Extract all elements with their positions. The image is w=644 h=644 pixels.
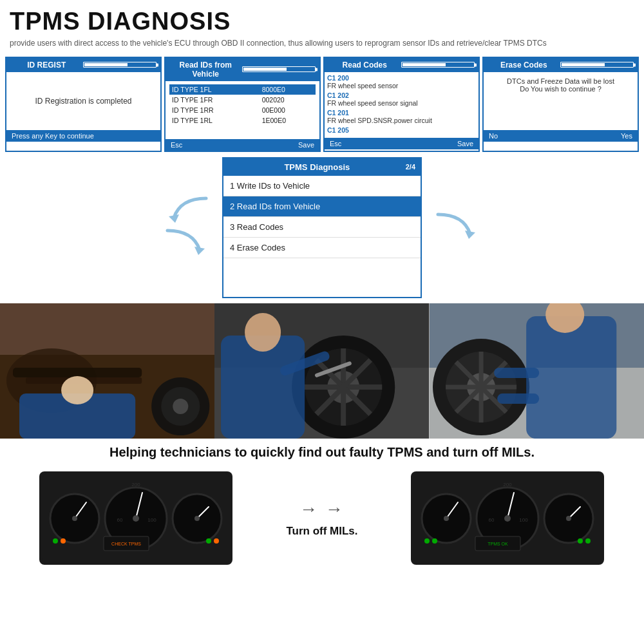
battery-icon-3 bbox=[401, 62, 475, 68]
arrow-curve-right bbox=[431, 208, 483, 247]
tpms-menu-page: 2/4 bbox=[406, 163, 415, 171]
id-regist-text: ID Registration is completed bbox=[35, 97, 131, 106]
svg-marker-2 bbox=[465, 231, 475, 239]
svg-point-50 bbox=[72, 516, 77, 521]
svg-point-59 bbox=[53, 538, 58, 544]
svg-rect-39 bbox=[497, 393, 539, 404]
svg-point-12 bbox=[173, 399, 188, 414]
erase-codes-title: Erase Codes bbox=[488, 61, 560, 70]
svg-point-84 bbox=[578, 538, 583, 544]
erase-codes-panel: Erase Codes DTCs and Freeze Data will be… bbox=[482, 57, 639, 152]
left-arrows bbox=[158, 192, 216, 263]
svg-marker-1 bbox=[194, 247, 205, 255]
svg-point-75 bbox=[566, 516, 571, 521]
svg-point-73 bbox=[444, 516, 449, 521]
id-regist-footer: Press any Key to continue bbox=[6, 130, 160, 142]
battery-icon-2 bbox=[242, 66, 316, 72]
code-num: C1 201 bbox=[327, 109, 476, 117]
arrow-curve-left-2 bbox=[161, 224, 213, 263]
svg-text:TPMS OK: TPMS OK bbox=[488, 542, 509, 546]
svg-point-85 bbox=[585, 538, 591, 544]
id-table: ID TYPE 1FL 8000E0 ID TYPE 1FR 002020 ID… bbox=[169, 84, 316, 126]
code-desc: FR wheel speed sensor signal bbox=[327, 99, 476, 107]
id-value: 8000E0 bbox=[260, 84, 316, 95]
erase-codes-body: DTCs and Freeze Data will be lostDo You … bbox=[484, 72, 638, 130]
read-ids-title: Read IDs from Vehicle bbox=[169, 61, 242, 79]
dashboard-right: 200 100 60 TPMS OK bbox=[411, 471, 604, 565]
table-row: ID TYPE 1FR 002020 bbox=[169, 95, 316, 105]
erase-codes-footer-left: No bbox=[489, 132, 498, 140]
photo-mechanic-under-car bbox=[0, 303, 214, 439]
code-num: C1 202 bbox=[327, 91, 476, 99]
id-value: 1E00E0 bbox=[260, 115, 316, 126]
id-label: ID TYPE 1RL bbox=[169, 115, 260, 126]
id-regist-footer-left: Press any Key to continue bbox=[12, 132, 94, 140]
read-codes-panel: Read Codes C1 200 FR wheel speed sensor … bbox=[323, 57, 480, 152]
photo-3-svg bbox=[430, 303, 644, 439]
double-arrow-icon: → → bbox=[299, 499, 345, 520]
read-ids-footer-right: Save bbox=[298, 141, 314, 149]
code-entry: C1 200 FR wheel speed sensor bbox=[327, 74, 476, 90]
svg-point-23 bbox=[245, 313, 281, 352]
dashboard-left-svg: 200 100 60 CHECK TPMS bbox=[43, 473, 229, 564]
menu-item-3[interactable]: 3 Read Codes bbox=[223, 217, 421, 238]
photos-row bbox=[0, 303, 644, 439]
id-regist-panel: ID REGIST ID Registration is completed P… bbox=[5, 57, 162, 152]
svg-marker-0 bbox=[169, 214, 179, 223]
code-entry: C1 201 FR wheel SPD.SNSR.power circuit bbox=[327, 109, 476, 124]
caption-label: Helping technicians to quickly find out … bbox=[109, 445, 535, 459]
read-ids-panel: Read IDs from Vehicle ID TYPE 1FL 8000E0… bbox=[164, 57, 321, 152]
read-ids-header: Read IDs from Vehicle bbox=[166, 58, 319, 81]
svg-text:CHECK TPMS: CHECK TPMS bbox=[112, 542, 142, 546]
menu-item-1-label: 1 Write IDs to Vehicle bbox=[230, 181, 310, 191]
table-row: ID TYPE 1RR 00E000 bbox=[169, 105, 316, 115]
id-regist-header: ID REGIST bbox=[6, 58, 160, 72]
read-codes-footer: Esc Save bbox=[325, 138, 478, 149]
dashboard-right-svg: 200 100 60 TPMS OK bbox=[414, 473, 601, 564]
menu-item-2-label: 2 Read IDs from Vehicle bbox=[230, 202, 320, 211]
code-desc: FR wheel SPD.SNSR.power circuit bbox=[327, 117, 476, 124]
svg-text:200: 200 bbox=[132, 482, 141, 488]
dashboard-left: 200 100 60 CHECK TPMS bbox=[39, 471, 232, 565]
battery-icon bbox=[83, 62, 157, 68]
svg-point-61 bbox=[206, 538, 211, 544]
photo-mechanic-holding-tire bbox=[430, 303, 644, 439]
right-arrows bbox=[428, 208, 486, 247]
screens-row: ID REGIST ID Registration is completed P… bbox=[0, 57, 644, 152]
svg-text:100: 100 bbox=[148, 517, 157, 523]
photo-mechanic-tire-work bbox=[214, 303, 429, 439]
svg-point-74 bbox=[504, 515, 511, 522]
middle-section: TPMS Diagnosis 2/4 1 Write IDs to Vehicl… bbox=[0, 152, 644, 303]
menu-item-4[interactable]: 4 Erase Codes bbox=[223, 238, 421, 258]
erase-codes-header: Erase Codes bbox=[484, 58, 638, 72]
read-codes-body: C1 200 FR wheel speed sensor C1 202 FR w… bbox=[325, 72, 478, 138]
caption-text: Helping technicians to quickly find out … bbox=[0, 439, 644, 464]
svg-point-82 bbox=[424, 538, 430, 544]
svg-point-60 bbox=[61, 538, 66, 544]
svg-text:200: 200 bbox=[504, 482, 513, 488]
read-ids-footer: Esc Save bbox=[166, 139, 319, 151]
id-regist-title: ID REGIST bbox=[10, 61, 83, 70]
code-entry: C1 202 FR wheel speed sensor signal bbox=[327, 91, 476, 107]
svg-point-52 bbox=[194, 516, 200, 521]
svg-rect-38 bbox=[494, 368, 539, 378]
bottom-section: 200 100 60 CHECK TPMS bbox=[0, 464, 644, 573]
read-codes-footer-right: Save bbox=[457, 140, 473, 147]
menu-empty-space bbox=[223, 258, 421, 297]
id-label: ID TYPE 1RR bbox=[169, 105, 260, 115]
svg-rect-36 bbox=[526, 316, 616, 439]
code-desc: FR wheel speed sensor bbox=[327, 82, 476, 90]
svg-rect-6 bbox=[13, 368, 142, 377]
read-ids-footer-left: Esc bbox=[171, 141, 182, 149]
code-num: C1 200 bbox=[327, 74, 476, 82]
photo-2-svg bbox=[214, 303, 429, 439]
read-ids-body: ID TYPE 1FL 8000E0 ID TYPE 1FR 002020 ID… bbox=[166, 81, 319, 139]
menu-item-4-label: 4 Erase Codes bbox=[230, 243, 285, 252]
svg-point-9 bbox=[61, 376, 93, 404]
menu-item-1[interactable]: 1 Write IDs to Vehicle bbox=[223, 176, 421, 196]
page-title: TPMS DIAGNOSIS bbox=[10, 8, 634, 35]
erase-codes-text: DTCs and Freeze Data will be lostDo You … bbox=[507, 77, 614, 93]
svg-text:60: 60 bbox=[489, 517, 495, 523]
svg-text:60: 60 bbox=[117, 517, 123, 523]
menu-item-2[interactable]: 2 Read IDs from Vehicle bbox=[223, 196, 421, 217]
